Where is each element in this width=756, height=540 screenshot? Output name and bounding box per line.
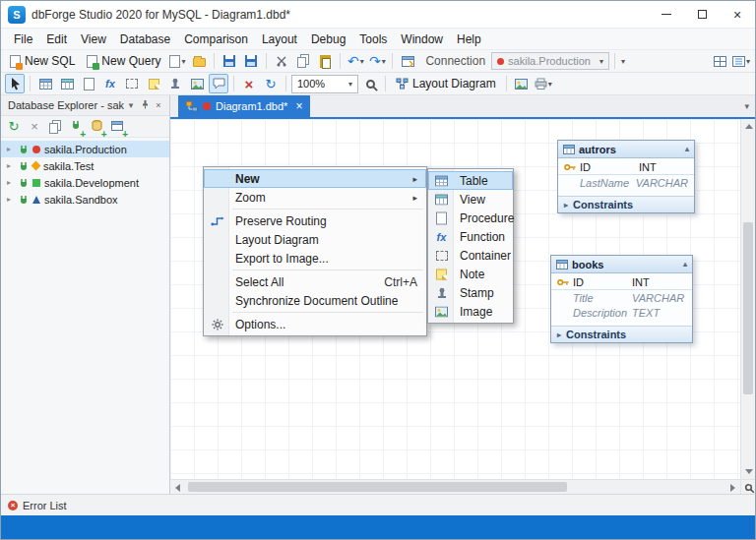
view-options-button[interactable]: ▾ xyxy=(731,51,751,71)
layout-diagram-button[interactable]: Layout Diagram xyxy=(391,74,501,93)
expand-caret-icon[interactable]: ▸ xyxy=(557,330,561,339)
tab-diagram1[interactable]: Diagram1.dbd* × xyxy=(178,95,310,117)
entity-autrors[interactable]: autrors ▴ ID INT LastName VARCHAR xyxy=(557,140,695,213)
menu-view[interactable]: View xyxy=(74,30,113,48)
zoom-combobox[interactable]: 100% ▾ xyxy=(291,75,358,93)
zoom-corner-button[interactable] xyxy=(740,479,755,494)
submenu-item-function[interactable]: fx Function xyxy=(428,227,513,246)
tree-item-sakila-test[interactable]: ▸ sakila.Test xyxy=(1,157,169,174)
stop-button[interactable]: × xyxy=(26,118,43,136)
pointer-tool-button[interactable] xyxy=(5,74,25,93)
zoom-tool-button[interactable] xyxy=(360,74,380,93)
window-layout-button[interactable] xyxy=(710,51,729,71)
redo-button[interactable]: ↷▾ xyxy=(367,51,387,71)
reroute-connections-button[interactable]: ↻ xyxy=(261,74,281,93)
new-container-tool-button[interactable] xyxy=(122,74,142,93)
cut-button[interactable] xyxy=(272,51,291,71)
column-row[interactable]: ID INT xyxy=(558,160,694,175)
submenu-item-table[interactable]: Table xyxy=(428,171,513,190)
column-row[interactable]: Title VARCHAR xyxy=(551,290,692,305)
tab-close-icon[interactable]: × xyxy=(295,100,302,112)
context-menu-item-layout-diagram[interactable]: Layout Diagram xyxy=(204,230,426,249)
error-list-bar[interactable]: × Error List xyxy=(1,494,755,515)
new-view-tool-button[interactable] xyxy=(57,74,77,93)
new-note-tool-button[interactable] xyxy=(144,74,163,93)
scroll-right-button[interactable] xyxy=(725,480,740,495)
new-connection-button[interactable] xyxy=(67,118,85,136)
vertical-scrollbar[interactable] xyxy=(740,119,755,479)
maximize-button[interactable] xyxy=(684,1,720,28)
constraints-section[interactable]: ▸ Constraints xyxy=(558,196,694,212)
submenu-item-stamp[interactable]: Stamp xyxy=(428,283,513,302)
collapse-icon[interactable]: ▴ xyxy=(683,260,687,269)
submenu-item-note[interactable]: Note xyxy=(428,265,513,283)
entity-header[interactable]: autrors ▴ xyxy=(558,141,694,158)
context-menu-item-zoom[interactable]: Zoom ▸ xyxy=(204,188,426,207)
show-comments-button[interactable] xyxy=(209,74,228,93)
context-menu-item-new[interactable]: New ▸ xyxy=(204,169,426,188)
submenu-item-procedure[interactable]: Procedure xyxy=(428,209,513,227)
context-menu-item-preserve-routing[interactable]: Preserve Routing xyxy=(204,211,426,230)
tree-item-sakila-development[interactable]: ▸ sakila.Development xyxy=(1,174,169,191)
entity-header[interactable]: books ▴ xyxy=(551,256,692,273)
menu-file[interactable]: File xyxy=(7,30,39,48)
expand-caret-icon[interactable]: ▸ xyxy=(7,178,15,187)
expand-caret-icon[interactable]: ▸ xyxy=(7,161,15,170)
tree-item-sakila-sandbox[interactable]: ▸ sakila.Sandbox xyxy=(1,191,169,208)
horizontal-scrollbar[interactable] xyxy=(170,479,740,494)
new-stamp-tool-button[interactable] xyxy=(165,74,185,93)
new-function-tool-button[interactable]: fx xyxy=(100,74,120,93)
scroll-down-button[interactable] xyxy=(741,464,756,479)
scroll-left-button[interactable] xyxy=(170,480,185,495)
delete-button[interactable]: × xyxy=(239,74,259,93)
expand-caret-icon[interactable]: ▸ xyxy=(7,145,15,153)
context-menu-item-synchronize-document-outline[interactable]: Synchronize Document Outline xyxy=(204,291,426,310)
expand-caret-icon[interactable]: ▸ xyxy=(7,195,15,204)
paste-button[interactable] xyxy=(315,51,335,71)
print-button[interactable]: ▾ xyxy=(534,74,553,93)
submenu-item-container[interactable]: Container xyxy=(428,246,513,265)
new-table-button[interactable] xyxy=(108,118,126,136)
column-row[interactable]: ID INT xyxy=(551,275,692,290)
toolbar-overflow-icon[interactable]: ▾ xyxy=(621,57,625,66)
save-all-button[interactable] xyxy=(241,51,261,71)
column-row[interactable]: Description TEXT xyxy=(551,305,692,320)
menu-window[interactable]: Window xyxy=(394,30,450,48)
new-query-button[interactable]: New Query xyxy=(82,51,165,71)
menu-comparison[interactable]: Comparison xyxy=(177,30,255,48)
menu-tools[interactable]: Tools xyxy=(352,30,394,48)
menu-database[interactable]: Database xyxy=(113,30,177,48)
save-button[interactable] xyxy=(220,51,239,71)
tab-list-chevron-icon[interactable]: ▾ xyxy=(744,101,749,111)
new-sql-button[interactable]: New SQL xyxy=(5,51,80,71)
expand-caret-icon[interactable]: ▸ xyxy=(564,201,568,210)
new-table-tool-button[interactable] xyxy=(35,74,55,93)
menu-layout[interactable]: Layout xyxy=(255,30,304,48)
entity-books[interactable]: books ▴ ID INT Title VARCHAR xyxy=(550,255,693,343)
new-document-button[interactable]: ▾ xyxy=(167,51,187,71)
close-panel-icon[interactable]: × xyxy=(152,100,165,110)
generate-script-button[interactable] xyxy=(398,51,417,71)
tree-item-sakila-production[interactable]: ▸ sakila.Production xyxy=(1,141,169,157)
export-image-button[interactable] xyxy=(512,74,532,93)
pin-icon[interactable] xyxy=(138,99,152,111)
context-menu-item-options[interactable]: Options... xyxy=(204,315,426,333)
vertical-scroll-thumb[interactable] xyxy=(743,222,753,394)
submenu-item-image[interactable]: Image xyxy=(428,302,513,321)
new-image-tool-button[interactable] xyxy=(187,74,207,93)
context-menu-item-export-to-image[interactable]: Export to Image... xyxy=(204,249,426,268)
connection-combobox[interactable]: sakila.Production ▾ xyxy=(491,52,609,70)
refresh-button[interactable]: ↻ xyxy=(5,118,23,136)
menu-debug[interactable]: Debug xyxy=(304,30,352,48)
duplicate-button[interactable] xyxy=(46,118,64,136)
copy-button[interactable] xyxy=(293,51,313,71)
horizontal-scroll-thumb[interactable] xyxy=(188,482,567,492)
menu-help[interactable]: Help xyxy=(450,30,488,48)
submenu-item-view[interactable]: View xyxy=(428,190,513,209)
menu-edit[interactable]: Edit xyxy=(39,30,74,48)
new-database-button[interactable] xyxy=(88,118,105,136)
chevron-down-icon[interactable]: ▾ xyxy=(124,100,138,110)
minimize-button[interactable] xyxy=(649,1,684,28)
context-menu-item-select-all[interactable]: Select All Ctrl+A xyxy=(204,272,426,291)
constraints-section[interactable]: ▸ Constraints xyxy=(551,326,692,342)
